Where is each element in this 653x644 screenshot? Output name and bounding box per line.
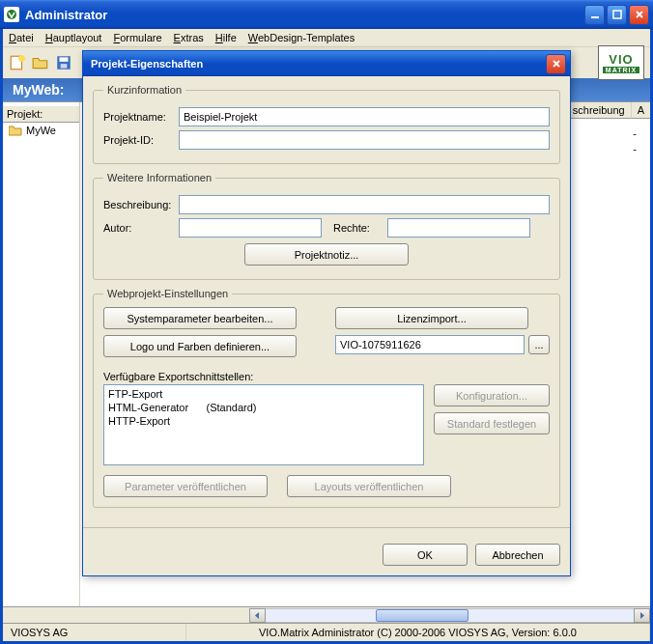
projectid-label: Projekt-ID: [103, 134, 179, 146]
dialog-close-button[interactable] [546, 54, 566, 74]
license-input[interactable] [335, 335, 525, 354]
author-label: Autor: [103, 222, 179, 234]
rights-label: Rechte: [333, 222, 387, 234]
svg-rect-1 [591, 16, 599, 18]
new-icon[interactable] [9, 54, 26, 71]
dialog-title: Projekt-Eigenschaften [87, 58, 546, 70]
app-title: Administrator [25, 8, 584, 22]
cancel-button[interactable]: Abbrechen [475, 544, 560, 566]
status-center: VIO.Matrix Administrator (C) 2000-2006 V… [186, 624, 650, 641]
horizontal-scrollbar[interactable] [3, 606, 650, 623]
project-note-button[interactable]: Projektnotiz... [244, 243, 409, 266]
group-websettings: Webprojekt-Einstellungen Systemparameter… [93, 288, 560, 508]
scroll-track[interactable] [266, 608, 634, 623]
export-list-label: Verfügbare Exportschnittstellen: [103, 371, 550, 382]
folder-icon [9, 125, 22, 136]
author-input[interactable] [179, 218, 322, 238]
svg-point-4 [18, 55, 25, 62]
publish-layouts-button: Layouts veröffentlichen [287, 475, 451, 497]
set-standard-button: Standard festlegen [434, 412, 550, 434]
projectid-input[interactable] [179, 130, 550, 150]
ok-button[interactable]: OK [383, 544, 468, 566]
group-moreinfo: Weitere Informationen Beschreibung: Auto… [93, 172, 560, 280]
tree-header: Projekt: [3, 106, 79, 123]
svg-rect-6 [60, 57, 69, 62]
description-label: Beschreibung: [103, 199, 179, 210]
license-import-button[interactable]: Lizenzimport... [335, 307, 528, 329]
status-left: VIOSYS AG [3, 624, 186, 641]
group-shortinfo: Kurzinformation Projektname: Projekt-ID: [93, 84, 560, 164]
logo-colors-button[interactable]: Logo und Farben definieren... [103, 335, 297, 357]
main-titlebar: Administrator [0, 0, 653, 29]
menu-item[interactable]: Extras [174, 32, 204, 43]
maximize-button[interactable] [607, 5, 627, 25]
close-button[interactable] [629, 5, 649, 25]
scroll-thumb[interactable] [376, 609, 468, 622]
export-list[interactable]: FTP-Export HTML-Generator (Standard) HTT… [103, 384, 424, 465]
menu-item[interactable]: Formulare [113, 32, 161, 43]
list-item[interactable]: FTP-Export [108, 387, 419, 401]
app-icon [4, 7, 19, 22]
dialog-titlebar: Projekt-Eigenschaften [83, 51, 570, 76]
svg-rect-7 [61, 64, 68, 69]
column-headers: schreibung A [566, 102, 650, 119]
minimize-button[interactable] [584, 5, 605, 25]
statusbar: VIOSYS AG VIO.Matrix Administrator (C) 2… [3, 623, 650, 641]
save-icon[interactable] [55, 54, 72, 71]
brand-logo: VIO MATRIX [598, 45, 644, 80]
menu-item[interactable]: Hauptlayout [45, 32, 102, 43]
project-tree: Projekt: MyWe [3, 102, 80, 606]
menubar: Datei Hauptlayout Formulare Extras Hilfe… [3, 29, 650, 47]
svg-rect-2 [613, 11, 621, 18]
rights-input[interactable] [387, 218, 530, 238]
list-item[interactable]: HTTP-Export [108, 414, 419, 428]
project-properties-dialog: Projekt-Eigenschaften Kurzinformation Pr… [82, 50, 571, 576]
tree-item[interactable]: MyWe [3, 123, 79, 138]
projectname-input[interactable] [179, 107, 550, 126]
scroll-right-icon[interactable] [634, 608, 650, 623]
license-browse-button[interactable]: ... [528, 335, 550, 354]
list-item[interactable]: HTML-Generator (Standard) [108, 401, 419, 414]
projectname-label: Projektname: [103, 111, 179, 123]
scroll-left-icon[interactable] [249, 608, 266, 623]
configuration-button: Konfiguration... [434, 384, 550, 406]
description-input[interactable] [179, 195, 550, 214]
publish-params-button: Parameter veröffentlichen [103, 475, 268, 497]
menu-item[interactable]: WebDesign-Templates [248, 32, 355, 43]
system-params-button[interactable]: Systemparameter bearbeiten... [103, 307, 297, 329]
menu-item[interactable]: Datei [9, 32, 34, 43]
menu-item[interactable]: Hilfe [215, 32, 237, 43]
open-icon[interactable] [32, 54, 49, 71]
